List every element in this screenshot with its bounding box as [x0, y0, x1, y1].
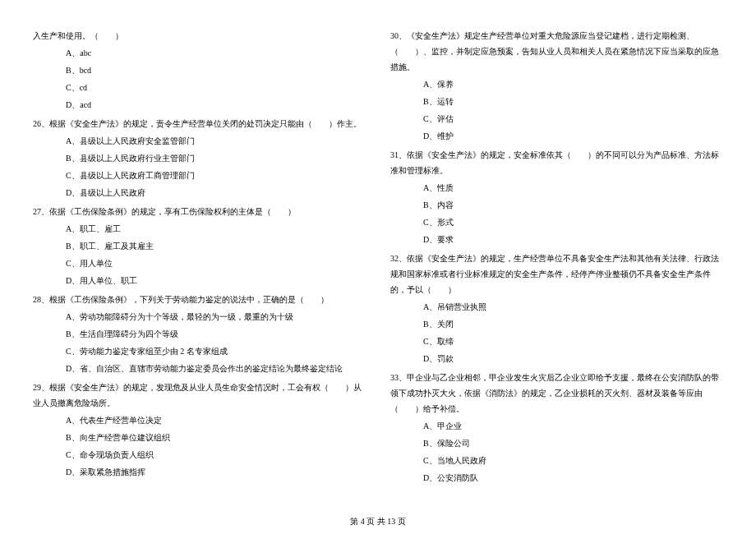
q33-option-c: C、当地人民政府 — [390, 453, 723, 468]
q25-option-a: A、abc — [33, 45, 366, 61]
q28-option-d: D、省、自治区、直辖市劳动能力鉴定委员会作出的鉴定结论为最终鉴定结论 — [33, 361, 366, 376]
q33-option-a: A、甲企业 — [390, 418, 723, 434]
q32-option-d: D、罚款 — [390, 351, 723, 366]
q33-text: 33、甲企业与乙企业相邻，甲企业发生火灾后乙企业立即给予支援，最终在公安消防队的… — [390, 370, 723, 417]
q28-option-a: A、劳动功能障碍分为十个等级，最轻的为一级，最重的为十级 — [33, 309, 366, 325]
content-columns: 入生产和使用。（ ） A、abc B、bcd C、cd D、acd 26、根据《… — [33, 25, 723, 509]
q28-text: 28、根据《工伤保险条例》，下列关于劳动能力鉴定的说法中，正确的是（ ） — [33, 292, 366, 307]
q26-option-b: B、县级以上人民政府行业主管部门 — [33, 150, 366, 166]
q25-option-b: B、bcd — [33, 62, 366, 78]
q27-option-c: C、用人单位 — [33, 255, 366, 271]
q33-option-b: B、保险公司 — [390, 435, 723, 451]
q29-option-b: B、向生产经营单位建议组织 — [33, 430, 366, 445]
q30-option-c: C、评估 — [390, 111, 723, 127]
q33-option-d: D、公安消防队 — [390, 470, 723, 486]
q32-option-a: A、吊销营业执照 — [390, 299, 723, 315]
q32-option-c: C、取缔 — [390, 334, 723, 349]
q27-option-b: B、职工、雇工及其雇主 — [33, 238, 366, 254]
q27-option-a: A、职工、雇工 — [33, 221, 366, 237]
q32-option-b: B、关闭 — [390, 316, 723, 332]
page-footer: 第 4 页 共 13 页 — [0, 516, 756, 527]
q26-text: 26、根据《安全生产法》的规定，责令生产经营单位关闭的处罚决定只能由（ ）作主。 — [33, 116, 366, 131]
q27-option-d: D、用人单位、职工 — [33, 273, 366, 288]
q30-option-b: B、运转 — [390, 94, 723, 109]
q26-option-c: C、县级以上人民政府工商管理部门 — [33, 168, 366, 183]
q30-option-a: A、保养 — [390, 76, 723, 92]
q28-option-c: C、劳动能力鉴定专家组至少由 2 名专家组成 — [33, 343, 366, 359]
q29-option-c: C、命令现场负责人组织 — [33, 447, 366, 463]
q29-text: 29、根据《安全生产法》的规定，发现危及从业人员生命安全情况时，工会有权（ ）从… — [33, 380, 366, 411]
q26-option-a: A、县级以上人民政府安全监管部门 — [33, 133, 366, 149]
q29-option-d: D、采取紧急措施指挥 — [33, 464, 366, 480]
q28-option-b: B、生活自理障碍分为四个等级 — [33, 326, 366, 342]
q31-option-d: D、要求 — [390, 232, 723, 247]
q31-option-b: B、内容 — [390, 197, 723, 213]
left-column: 入生产和使用。（ ） A、abc B、bcd C、cd D、acd 26、根据《… — [33, 25, 366, 509]
q25-tail: 入生产和使用。（ ） — [33, 28, 366, 44]
q25-option-d: D、acd — [33, 97, 366, 113]
q29-option-a: A、代表生产经营单位决定 — [33, 412, 366, 428]
q25-option-c: C、cd — [33, 80, 366, 95]
q27-text: 27、依据《工伤保险条例》的规定，享有工伤保险权利的主体是（ ） — [33, 204, 366, 219]
q31-option-c: C、形式 — [390, 214, 723, 230]
q30-text: 30、《安全生产法》规定生产经营单位对重大危险源应当登记建档，进行定期检测、（ … — [390, 28, 723, 75]
q26-option-d: D、县级以上人民政府 — [33, 185, 366, 200]
q31-option-a: A、性质 — [390, 180, 723, 196]
q30-option-d: D、维护 — [390, 128, 723, 144]
right-column: 30、《安全生产法》规定生产经营单位对重大危险源应当登记建档，进行定期检测、（ … — [390, 25, 723, 509]
q32-text: 32、依据《安全生产法》的规定，生产经营单位不具备安全生产法和其他有关法律、行政… — [390, 251, 723, 297]
q31-text: 31、依据《安全生产法》的规定，安全标准依其（ ）的不同可以分为产品标准、方法标… — [390, 147, 723, 178]
